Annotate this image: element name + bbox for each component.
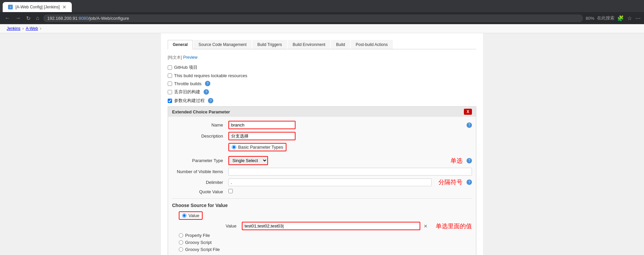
groovy-script-radio[interactable]: [179, 240, 183, 245]
lockable-label: This build requires lockable resources: [174, 73, 247, 78]
groovy-script-file-radio[interactable]: [179, 247, 183, 252]
groovy-script-label: Groovy Script: [185, 240, 212, 245]
search-text: 在此搜索: [597, 15, 614, 21]
menu-icon[interactable]: ⋯: [635, 15, 641, 21]
breadcrumb-jenkins[interactable]: Jenkins: [7, 26, 20, 31]
tab-post-build-actions[interactable]: Post-build Actions: [351, 40, 393, 49]
property-file-label: Property File: [185, 233, 210, 238]
property-file-radio[interactable]: [179, 233, 183, 238]
home-button[interactable]: ⌂: [35, 14, 41, 22]
back-button[interactable]: ←: [3, 14, 11, 22]
delimiter-input[interactable]: [228, 178, 432, 186]
value-radio[interactable]: [182, 213, 186, 218]
refresh-button[interactable]: ↻: [25, 14, 32, 23]
tab-title: [A-Web Config] [Jenkins]: [15, 5, 60, 9]
basic-param-types-radio[interactable]: [232, 145, 236, 149]
quote-value-checkbox-wrapper: [228, 189, 233, 194]
zoom-level: 80%: [586, 16, 594, 21]
browser-tab[interactable]: J [A-Web Config] [Jenkins] ✕: [3, 2, 72, 12]
basic-param-types-radio-row: Basic Parameter Types: [228, 143, 286, 151]
value-radio-wrapper: Value: [179, 211, 203, 220]
discard-label: 丢弃旧的构建: [174, 89, 200, 95]
visible-items-label: Number of Visible Items: [172, 169, 226, 174]
parameter-type-select[interactable]: Single Select Multi Select Check Boxes R…: [228, 156, 268, 165]
tab-general[interactable]: General: [168, 40, 193, 49]
checkbox-parameterized: 参数化构建过程 ?: [168, 98, 476, 104]
extensions-icon[interactable]: 🧩: [617, 15, 624, 21]
parameter-type-help-icon[interactable]: ?: [467, 158, 472, 163]
lockable-checkbox[interactable]: [168, 73, 172, 78]
discard-checkbox[interactable]: [168, 90, 172, 94]
breadcrumb-aweb[interactable]: A-Web: [26, 26, 38, 31]
description-label: Description: [172, 134, 226, 139]
browser-toolbar: 🧩 ☆ ⋯: [617, 15, 641, 21]
choose-source-section: Choose Source for Value Value Value ✕ 单: [172, 198, 472, 252]
address-bar[interactable]: 192.168.200.91:8080/job/A-Web/configure: [43, 14, 583, 22]
param-panel: Extended Choice Parameter X Name ? Descr…: [168, 106, 476, 255]
favorites-icon[interactable]: ☆: [627, 15, 632, 21]
throttle-help-icon[interactable]: ?: [205, 81, 210, 86]
throttle-label: Throttle builds: [174, 81, 202, 86]
value-field-input[interactable]: [242, 222, 420, 230]
quote-value-label: Quote Value: [172, 189, 226, 194]
name-row: Name ?: [172, 121, 472, 129]
value-input-wrapper: ✕: [242, 222, 429, 230]
description-input[interactable]: [228, 132, 296, 140]
parameterized-help-icon[interactable]: ?: [208, 98, 213, 103]
basic-param-types-radio-label: Basic Parameter Types: [238, 145, 283, 150]
delimiter-input-wrapper: [228, 178, 432, 186]
parameterized-checkbox[interactable]: [168, 99, 172, 103]
delimiter-help-icon[interactable]: ?: [467, 180, 472, 185]
groovy-script-radio-row: Groovy Script: [172, 240, 472, 245]
name-help-icon[interactable]: ?: [467, 122, 472, 128]
description-input-wrapper: [228, 132, 472, 140]
param-panel-body: Name ? Description Basic Par: [168, 117, 476, 255]
value-field-row: Value ✕ 单选里面的值: [185, 222, 472, 230]
parameter-type-label: Parameter Type: [172, 158, 226, 163]
delimiter-label: Delimiter: [172, 180, 226, 185]
discard-help-icon[interactable]: ?: [204, 89, 209, 95]
checkbox-lockable: This build requires lockable resources: [168, 73, 476, 78]
main-content: General Source Code Management Build Tri…: [161, 33, 483, 255]
param-panel-title: Extended Choice Parameter: [172, 109, 230, 114]
name-input[interactable]: [228, 121, 296, 129]
checkbox-throttle: Throttle builds ?: [168, 81, 476, 86]
parameter-type-select-wrapper: Single Select Multi Select Check Boxes R…: [228, 156, 444, 165]
breadcrumb-sep-1: ›: [22, 26, 24, 31]
github-checkbox[interactable]: [168, 65, 172, 70]
tab-build-environment[interactable]: Build Environment: [288, 40, 330, 49]
choose-source-title: Choose Source for Value: [172, 203, 472, 208]
description-row: Description: [172, 132, 472, 140]
parameter-type-row: Parameter Type Single Select Multi Selec…: [172, 156, 472, 165]
parameterized-label: 参数化构建过程: [174, 98, 205, 104]
url-text: 192.168.200.91:8080/job/A-Web/configure: [47, 16, 129, 21]
delete-button[interactable]: X: [464, 109, 472, 115]
delimiter-row: Delimiter 分隔符号 ?: [172, 178, 472, 186]
property-file-radio-row: Property File: [172, 233, 472, 238]
groovy-script-file-radio-row: Groovy Script File: [172, 247, 472, 252]
github-label: GitHub 项目: [174, 64, 198, 70]
value-radio-row: Value: [172, 211, 472, 220]
param-panel-header: Extended Choice Parameter X: [168, 107, 476, 117]
quote-value-checkbox[interactable]: [228, 189, 233, 193]
throttle-checkbox[interactable]: [168, 82, 172, 86]
quote-value-row: Quote Value: [172, 189, 472, 194]
search-area: 80% 在此搜索: [586, 15, 614, 21]
checkbox-discard: 丢弃旧的构建 ?: [168, 89, 476, 95]
value-clear-button[interactable]: ✕: [422, 223, 429, 229]
tab-build[interactable]: Build: [331, 40, 350, 49]
preview-prefix: [纯文本]: [168, 55, 182, 60]
tab-favicon: J: [8, 5, 13, 9]
tab-build-triggers[interactable]: Build Triggers: [252, 40, 287, 49]
value-field-label: Value: [185, 223, 239, 228]
name-label: Name: [172, 122, 226, 128]
preview-link[interactable]: Preview: [183, 55, 198, 60]
groovy-script-file-label: Groovy Script File: [185, 247, 220, 252]
tab-source-code-management[interactable]: Source Code Management: [194, 40, 252, 49]
delimiter-annotation: 分隔符号: [438, 178, 463, 186]
tab-close-button[interactable]: ✕: [62, 4, 66, 10]
visible-items-input[interactable]: [228, 168, 472, 175]
value-radio-label: Value: [189, 213, 199, 218]
forward-button[interactable]: →: [14, 14, 22, 22]
breadcrumb: Jenkins › A-Web ›: [0, 24, 644, 33]
